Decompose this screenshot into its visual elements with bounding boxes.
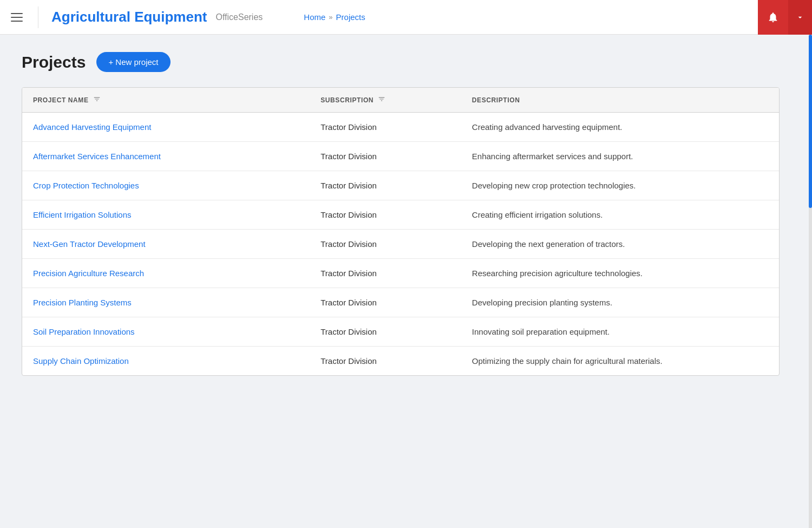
- project-name-filter-icon[interactable]: [93, 95, 101, 105]
- app-subtitle: OfficeSeries: [215, 12, 263, 22]
- project-name-link[interactable]: Supply Chain Optimization: [33, 356, 129, 366]
- subscription-filter-icon[interactable]: [378, 95, 385, 105]
- project-name-link[interactable]: Aftermarket Services Enhancement: [33, 152, 161, 161]
- description-cell: Optimizing the supply chain for agricult…: [461, 347, 779, 376]
- chevron-down-icon: [796, 13, 804, 22]
- description-cell: Creating efficient irrigation solutions.: [461, 200, 779, 230]
- description-cell: Enhancing aftermarket services and suppo…: [461, 142, 779, 171]
- col-project-name: PROJECT NAME: [22, 88, 310, 113]
- description-cell: Developing precision planting systems.: [461, 288, 779, 317]
- project-name-cell: Precision Agriculture Research: [22, 259, 310, 288]
- project-name-link[interactable]: Advanced Harvesting Equipment: [33, 122, 151, 132]
- project-name-link[interactable]: Efficient Irrigation Solutions: [33, 210, 132, 219]
- table-body: Advanced Harvesting EquipmentTractor Div…: [22, 113, 779, 376]
- col-subscription: SUBSCRIPTION: [310, 88, 461, 113]
- table-header: PROJECT NAME SUBSCRIPTION: [22, 88, 779, 113]
- table-row: Advanced Harvesting EquipmentTractor Div…: [22, 113, 779, 142]
- project-name-link[interactable]: Precision Planting Systems: [33, 298, 132, 307]
- col-description-label: DESCRIPTION: [472, 96, 520, 104]
- description-cell: Developing new crop protection technolog…: [461, 171, 779, 200]
- table-row: Efficient Irrigation SolutionsTractor Di…: [22, 200, 779, 230]
- project-name-link[interactable]: Soil Preparation Innovations: [33, 327, 135, 336]
- app-title: Agricultural Equipment: [51, 9, 207, 25]
- col-project-name-label: PROJECT NAME: [33, 96, 89, 104]
- project-name-link[interactable]: Precision Agriculture Research: [33, 269, 144, 278]
- new-project-button[interactable]: + New project: [96, 52, 170, 72]
- table-row: Precision Planting SystemsTractor Divisi…: [22, 288, 779, 317]
- subscription-cell: Tractor Division: [310, 142, 461, 171]
- table-row: Supply Chain OptimizationTractor Divisio…: [22, 347, 779, 376]
- project-name-cell: Efficient Irrigation Solutions: [22, 200, 310, 230]
- bell-icon: [767, 11, 779, 23]
- subscription-cell: Tractor Division: [310, 317, 461, 347]
- subscription-cell: Tractor Division: [310, 200, 461, 230]
- projects-table: PROJECT NAME SUBSCRIPTION: [22, 88, 779, 375]
- subscription-cell: Tractor Division: [310, 347, 461, 376]
- header-actions: [758, 0, 812, 35]
- header-dropdown-button[interactable]: [788, 0, 812, 35]
- page-title: Projects: [22, 53, 86, 71]
- table-row: Next-Gen Tractor DevelopmentTractor Divi…: [22, 230, 779, 259]
- project-name-link[interactable]: Crop Protection Technologies: [33, 181, 139, 190]
- notification-bell-button[interactable]: [758, 0, 788, 35]
- col-subscription-label: SUBSCRIPTION: [320, 96, 374, 104]
- project-name-cell: Crop Protection Technologies: [22, 171, 310, 200]
- subscription-cell: Tractor Division: [310, 230, 461, 259]
- breadcrumb-separator: »: [329, 13, 332, 21]
- project-name-cell: Aftermarket Services Enhancement: [22, 142, 310, 171]
- subscription-cell: Tractor Division: [310, 113, 461, 142]
- table-row: Crop Protection TechnologiesTractor Divi…: [22, 171, 779, 200]
- scrollbar-thumb: [809, 35, 812, 208]
- page-header: Projects + New project: [22, 52, 790, 72]
- col-description: DESCRIPTION: [461, 88, 779, 113]
- breadcrumb-home[interactable]: Home: [304, 12, 325, 22]
- table-row: Aftermarket Services EnhancementTractor …: [22, 142, 779, 171]
- scrollbar[interactable]: [809, 35, 812, 528]
- breadcrumb: Home » Projects: [304, 12, 365, 22]
- subscription-cell: Tractor Division: [310, 171, 461, 200]
- main-content: Projects + New project PROJECT NAME: [0, 35, 812, 393]
- breadcrumb-current: Projects: [336, 12, 365, 22]
- header: Agricultural Equipment OfficeSeries Home…: [0, 0, 812, 35]
- description-cell: Researching precision agriculture techno…: [461, 259, 779, 288]
- project-name-link[interactable]: Next-Gen Tractor Development: [33, 239, 146, 249]
- description-cell: Innovating soil preparation equipment.: [461, 317, 779, 347]
- project-name-cell: Advanced Harvesting Equipment: [22, 113, 310, 142]
- description-cell: Developing the next generation of tracto…: [461, 230, 779, 259]
- header-divider: [38, 6, 38, 28]
- description-cell: Creating advanced harvesting equipment.: [461, 113, 779, 142]
- table-row: Soil Preparation InnovationsTractor Divi…: [22, 317, 779, 347]
- project-name-cell: Supply Chain Optimization: [22, 347, 310, 376]
- project-name-cell: Soil Preparation Innovations: [22, 317, 310, 347]
- table-row: Precision Agriculture ResearchTractor Di…: [22, 259, 779, 288]
- project-name-cell: Next-Gen Tractor Development: [22, 230, 310, 259]
- projects-table-container: PROJECT NAME SUBSCRIPTION: [22, 87, 780, 376]
- hamburger-menu[interactable]: [9, 11, 25, 24]
- project-name-cell: Precision Planting Systems: [22, 288, 310, 317]
- header-left: Agricultural Equipment OfficeSeries Home…: [9, 6, 758, 28]
- subscription-cell: Tractor Division: [310, 259, 461, 288]
- subscription-cell: Tractor Division: [310, 288, 461, 317]
